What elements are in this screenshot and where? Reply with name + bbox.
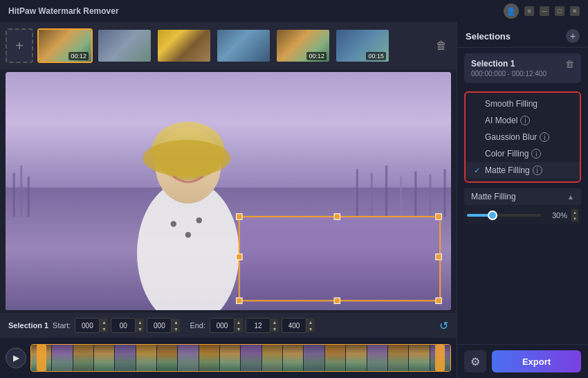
matte-slider-thumb[interactable] — [488, 210, 497, 220]
video-scene — [6, 72, 451, 310]
timeline-end-marker[interactable] — [435, 345, 445, 371]
export-button[interactable]: Export — [492, 350, 581, 372]
main-layout: + 00:12 00:12 00:15 🗑 — [0, 22, 588, 378]
settings-button[interactable]: ⚙ — [464, 350, 486, 372]
thumbnail-6[interactable]: 00:15 — [335, 28, 390, 63]
svg-rect-23 — [436, 298, 441, 303]
add-selection-button[interactable]: + — [566, 29, 580, 43]
matte-label: Matte Filling — [485, 165, 530, 175]
matte-value-down[interactable]: ▼ — [571, 215, 578, 222]
start-min-up[interactable]: ▲ — [136, 318, 144, 325]
matte-value-up[interactable]: ▲ — [571, 209, 578, 215]
close-btn[interactable]: ✕ — [570, 6, 580, 16]
matte-chevron-icon: ▲ — [567, 193, 574, 201]
thumbnail-strip: + 00:12 00:12 00:15 🗑 — [0, 22, 457, 69]
timeline: ▶ — [0, 338, 457, 378]
start-frames[interactable] — [147, 318, 172, 333]
titlebar: HitPaw Watermark Remover 👤 ≡ ─ □ ✕ — [0, 0, 588, 22]
thumbnail-1[interactable]: 00:12 — [37, 28, 93, 63]
svg-rect-10 — [429, 174, 431, 217]
end-frames[interactable] — [282, 318, 306, 333]
svg-rect-21 — [436, 214, 441, 219]
matte-slider-track[interactable] — [467, 214, 541, 217]
timeline-frames — [31, 345, 450, 371]
svg-rect-5 — [356, 169, 358, 217]
end-hours-down[interactable]: ▼ — [235, 325, 243, 332]
selection-info: Selection 1 000:00:000 - 000:12:400 — [471, 59, 561, 78]
start-frames-down[interactable]: ▼ — [172, 325, 180, 332]
matte-check: ✓ — [474, 166, 482, 175]
end-hours-up[interactable]: ▲ — [235, 318, 243, 325]
start-frames-up[interactable]: ▲ — [172, 318, 180, 325]
svg-rect-25 — [334, 298, 340, 303]
add-media-button[interactable]: + — [6, 28, 33, 63]
mode-ai-model[interactable]: AI Model i — [466, 112, 580, 129]
refresh-button[interactable]: ↺ — [439, 319, 448, 332]
svg-point-15 — [143, 140, 230, 177]
end-min-up[interactable]: ▲ — [270, 318, 279, 325]
matte-slider-fill — [467, 214, 489, 217]
svg-rect-24 — [334, 214, 340, 219]
menu-icon[interactable]: ≡ — [524, 6, 534, 16]
start-time-group: ▲▼ ▲▼ ▲▼ — [75, 318, 180, 333]
svg-rect-27 — [436, 254, 441, 260]
mode-gaussion-blur[interactable]: Gaussion Blur i — [466, 129, 580, 145]
svg-rect-22 — [237, 298, 242, 303]
end-minutes[interactable] — [246, 318, 270, 333]
right-panel: Selections + Selection 1 000:00:000 - 00… — [457, 22, 588, 378]
start-minutes[interactable] — [111, 318, 136, 333]
end-frames-up[interactable]: ▲ — [306, 318, 315, 325]
svg-point-16 — [171, 221, 176, 226]
timeline-start-marker[interactable] — [37, 345, 46, 371]
matte-sub-panel: Matte Filling ▲ 30% ▲ ▼ — [464, 188, 581, 224]
matte-slider-spin: ▲ ▼ — [571, 209, 578, 222]
svg-rect-11 — [443, 169, 445, 217]
profile-icon[interactable]: 👤 — [504, 3, 519, 19]
selection-time: 000:00:000 - 000:12:400 — [471, 70, 561, 78]
win-controls: ≡ ─ □ ✕ — [524, 6, 580, 16]
svg-rect-9 — [414, 171, 416, 216]
start-hours-down[interactable]: ▼ — [100, 325, 108, 332]
matte-slider-value: 30% — [545, 211, 567, 219]
svg-rect-19 — [239, 217, 440, 300]
thumbnail-4[interactable] — [216, 28, 271, 63]
start-hours[interactable] — [75, 318, 100, 333]
end-min-down[interactable]: ▼ — [270, 325, 279, 332]
gaussion-info-icon: i — [540, 132, 549, 142]
matte-info-icon: i — [533, 165, 542, 175]
thumbnail-2[interactable] — [97, 28, 152, 63]
thumb-time-1: 00:12 — [68, 52, 89, 60]
bottom-bar: ⚙ Export — [457, 344, 588, 378]
svg-rect-2 — [13, 173, 15, 217]
matte-panel-header[interactable]: Matte Filling ▲ — [464, 188, 581, 205]
svg-point-18 — [196, 217, 202, 223]
thumbnail-3[interactable] — [156, 28, 212, 63]
thumbnail-5[interactable]: 00:12 — [275, 28, 331, 63]
end-frames-down[interactable]: ▼ — [306, 325, 315, 332]
thumb-time-6: 00:15 — [366, 52, 386, 60]
mode-color-filling[interactable]: Color Filling i — [466, 145, 580, 162]
end-hours[interactable] — [210, 318, 235, 333]
mode-smooth-filling[interactable]: Smooth Filling — [466, 96, 580, 112]
left-panel: + 00:12 00:12 00:15 🗑 — [0, 22, 457, 378]
start-hours-up[interactable]: ▲ — [100, 318, 108, 325]
delete-media-button[interactable]: 🗑 — [432, 36, 451, 55]
selection-label: Selection 1 — [8, 321, 48, 330]
play-button[interactable]: ▶ — [6, 348, 26, 368]
color-info-icon: i — [531, 149, 541, 159]
smooth-label: Smooth Filling — [485, 99, 538, 109]
selection-delete-button[interactable]: 🗑 — [565, 59, 574, 69]
svg-rect-8 — [400, 177, 402, 217]
thumb-time-5: 00:12 — [306, 52, 327, 60]
gear-icon: ⚙ — [470, 355, 480, 368]
mode-matte-filling[interactable]: ✓ Matte Filling i — [466, 162, 580, 179]
maximize-btn[interactable]: □ — [555, 6, 564, 16]
minimize-btn[interactable]: ─ — [540, 6, 549, 16]
timeline-track[interactable] — [30, 344, 451, 372]
selections-title: Selections — [466, 31, 566, 42]
svg-rect-7 — [385, 165, 387, 217]
start-min-down[interactable]: ▼ — [136, 325, 144, 332]
selection-name: Selection 1 — [471, 59, 561, 69]
app-title: HitPaw Watermark Remover — [8, 6, 504, 16]
start-label: Start: — [53, 321, 71, 330]
